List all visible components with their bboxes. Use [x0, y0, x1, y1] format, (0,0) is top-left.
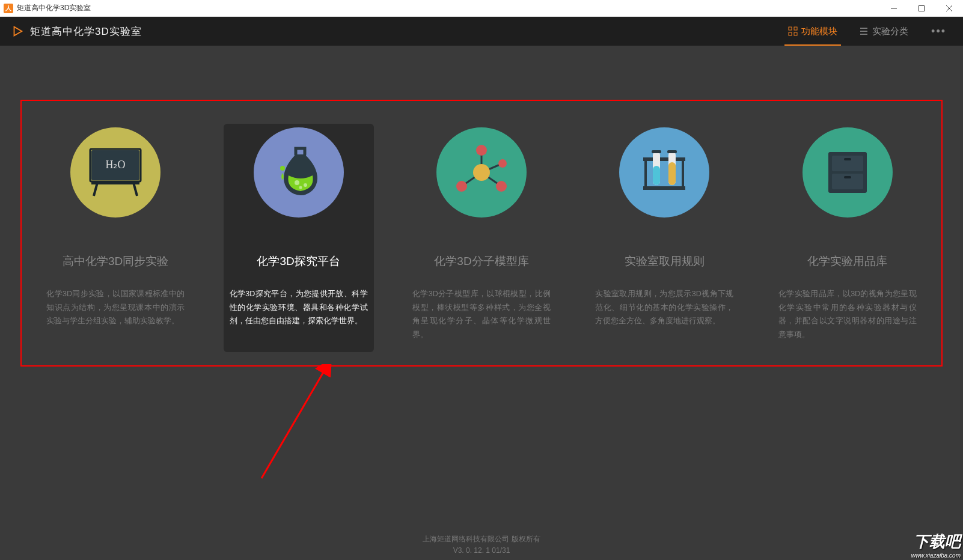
svg-rect-5	[789, 27, 792, 30]
minimize-button[interactable]	[880, 0, 908, 17]
nav-label: 功能模块	[801, 26, 837, 37]
app-title: 矩道高中化学3D实验室	[30, 25, 142, 38]
svg-rect-8	[794, 32, 797, 35]
annotation-arrow	[243, 364, 340, 484]
nav-label: 实验分类	[872, 26, 908, 37]
svg-rect-6	[794, 27, 797, 30]
more-button[interactable]: •••	[925, 25, 952, 38]
app-logo: 矩道高中化学3D实验室	[11, 25, 142, 38]
app-header: 矩道高中化学3D实验室 功能模块 实验分类 •••	[0, 17, 963, 46]
svg-line-47	[261, 370, 325, 478]
window-titlebar: 人 矩道高中化学3D实验室	[0, 0, 963, 17]
main-content: H₂O 高中化学3D同步实验 化学3D同步实验，以国家课程标准中的知识点为结构，…	[0, 46, 963, 530]
close-button[interactable]	[935, 0, 963, 17]
list-icon	[859, 26, 869, 36]
logo-icon	[11, 25, 24, 38]
annotation-highlight-box	[20, 100, 943, 367]
nav-categories[interactable]: 实验分类	[848, 17, 919, 46]
maximize-button[interactable]	[908, 0, 935, 17]
nav-modules[interactable]: 功能模块	[777, 17, 848, 46]
svg-rect-1	[919, 5, 925, 11]
window-title: 矩道高中化学3D实验室	[17, 3, 880, 13]
svg-rect-7	[789, 32, 792, 35]
grid-icon	[788, 26, 798, 36]
app-icon: 人	[4, 4, 13, 13]
svg-marker-4	[14, 27, 22, 36]
